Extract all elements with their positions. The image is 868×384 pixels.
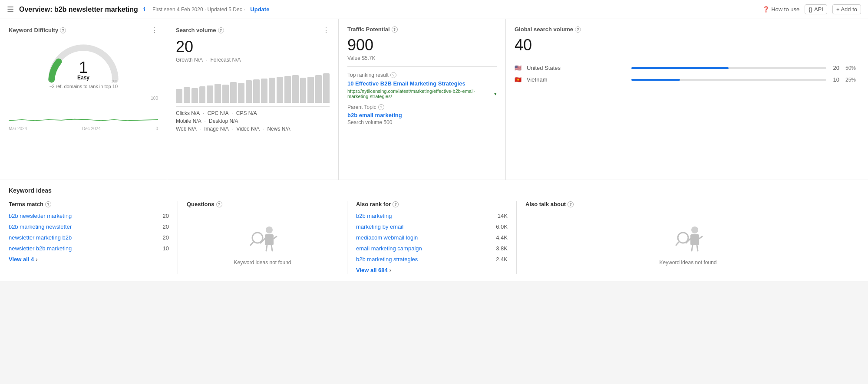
info-icon[interactable]: ℹ xyxy=(143,6,145,13)
list-item: mediacom webmail login 4.4K xyxy=(356,234,508,241)
ki-terms-val-3: 20 xyxy=(163,234,169,241)
keyword-ideas-section: Keyword ideas Terms match ? b2b newslett… xyxy=(0,180,868,281)
api-button[interactable]: {} API xyxy=(805,4,827,14)
sv-growth: Growth N/A · Forecast N/A xyxy=(176,57,330,63)
gsv-title: Global search volume ? xyxy=(515,26,581,33)
chevron-right-icon: › xyxy=(36,256,37,263)
ki-columns: Terms match ? b2b newsletter marketing 2… xyxy=(9,201,859,274)
kd-score: 1 xyxy=(79,59,88,76)
sv-menu-icon[interactable]: ⋮ xyxy=(323,26,330,34)
page-title: Overview: b2b newsletter marketing xyxy=(19,6,138,13)
vn-bar-fill xyxy=(631,79,680,81)
sv-bar xyxy=(199,86,206,103)
also-rank-val-1: 14K xyxy=(498,213,508,219)
top-ranking-tooltip-icon[interactable]: ? xyxy=(390,72,396,78)
sv-bar xyxy=(307,77,314,103)
update-link[interactable]: Update xyxy=(250,6,269,13)
top-ranking-url[interactable]: https://nytlicensing.com/latest/marketin… xyxy=(347,89,497,99)
sv-bar xyxy=(277,77,283,103)
also-rank-val-3: 4.4K xyxy=(496,234,508,241)
parent-topic-tooltip-icon[interactable]: ? xyxy=(378,104,384,110)
terms-view-all[interactable]: View all 4 › xyxy=(9,256,169,263)
list-item: newsletter b2b marketing 10 xyxy=(9,245,169,252)
also-talk-about-header: Also talk about ? xyxy=(525,201,851,207)
keyword-difficulty-card: Keyword Difficulty ? ⋮ 1 Easy 100 0 ~2 r… xyxy=(0,19,167,180)
questions-empty-text: Keyword ideas not found xyxy=(234,259,291,266)
api-icon: {} xyxy=(809,6,812,13)
tp-card-header: Traffic Potential ? xyxy=(347,26,497,33)
also-rank-val-4: 3.8K xyxy=(496,245,508,252)
terms-view-all-link[interactable]: View all 4 xyxy=(9,256,34,263)
svg-rect-1 xyxy=(265,234,274,245)
kd-menu-icon[interactable]: ⋮ xyxy=(151,26,158,34)
us-flag: 🇺🇸 xyxy=(515,65,523,71)
also-rank-link-2[interactable]: marketing by email xyxy=(356,223,403,230)
questions-header: Questions ? xyxy=(187,201,338,207)
also-rank-link-1[interactable]: b2b marketing xyxy=(356,213,392,219)
list-item: newsletter marketing b2b 20 xyxy=(9,234,169,241)
top-ranking-label: Top ranking result ? xyxy=(347,72,497,78)
questions-tooltip[interactable]: ? xyxy=(216,201,222,207)
how-to-use-button[interactable]: ❓ How to use xyxy=(762,6,799,13)
also-talk-empty-illustration xyxy=(671,221,706,256)
sv-bar xyxy=(292,75,299,103)
menu-icon[interactable]: ☰ xyxy=(7,5,14,14)
tp-tooltip-icon[interactable]: ? xyxy=(392,26,398,33)
also-rank-link-5[interactable]: b2b marketing strategies xyxy=(356,256,418,263)
sv-value: 20 xyxy=(176,38,330,56)
tp-divider xyxy=(347,66,497,67)
list-item: b2b marketing newsletter 20 xyxy=(9,223,169,230)
kd-0-label: 0 xyxy=(50,79,52,83)
ki-terms-link-3[interactable]: newsletter marketing b2b xyxy=(9,234,72,241)
question-icon: ❓ xyxy=(762,6,769,13)
sv-bar xyxy=(323,73,330,103)
kd-axis-100: 100 xyxy=(9,96,158,101)
also-talk-about-col: Also talk about ? Keyword ideas not foun… xyxy=(517,201,859,274)
also-talk-tooltip[interactable]: ? xyxy=(568,201,574,207)
kd-tooltip-icon[interactable]: ? xyxy=(60,27,66,33)
sv-bar xyxy=(184,87,190,103)
also-talk-empty-text: Keyword ideas not found xyxy=(659,259,716,266)
us-bar-fill xyxy=(631,67,729,69)
list-item: email marketing campaign 3.8K xyxy=(356,245,508,252)
dropdown-icon: ▾ xyxy=(494,91,497,97)
header: ☰ Overview: b2b newsletter marketing ℹ F… xyxy=(0,0,868,19)
also-rank-for-header: Also rank for ? xyxy=(356,201,508,207)
terms-match-col: Terms match ? b2b newsletter marketing 2… xyxy=(9,201,178,274)
sv-tooltip-icon[interactable]: ? xyxy=(218,27,224,33)
terms-match-tooltip[interactable]: ? xyxy=(45,201,51,207)
us-bar-wrap xyxy=(631,67,826,69)
parent-topic-label: Parent Topic ? xyxy=(347,104,497,110)
svg-line-7 xyxy=(251,242,253,245)
ki-terms-link-1[interactable]: b2b newsletter marketing xyxy=(9,213,72,219)
kd-gauge-svg: 1 Easy 100 0 xyxy=(40,38,127,85)
sv-clicks-stat: Clicks N/A · CPC N/A · CPS N/A xyxy=(176,110,330,116)
svg-rect-9 xyxy=(690,234,699,245)
parent-topic-volume: Search volume 500 xyxy=(347,119,497,125)
svg-line-15 xyxy=(676,242,679,245)
also-rank-link-3[interactable]: mediacom webmail login xyxy=(356,234,418,241)
also-rank-view-all-link[interactable]: View all 684 xyxy=(356,267,388,273)
list-item: b2b marketing 14K xyxy=(356,213,508,219)
also-rank-view-all[interactable]: View all 684 › xyxy=(356,267,508,273)
sv-divider xyxy=(176,106,330,107)
questions-empty-state: Keyword ideas not found xyxy=(187,213,338,274)
us-pct: 50% xyxy=(845,65,859,71)
gsv-tooltip-icon[interactable]: ? xyxy=(575,26,581,33)
kd-card-header: Keyword Difficulty ? ⋮ xyxy=(9,26,158,34)
ki-terms-link-4[interactable]: newsletter b2b marketing xyxy=(9,245,72,252)
svg-point-0 xyxy=(266,226,273,233)
add-to-button[interactable]: + Add to xyxy=(832,4,861,14)
vn-flag: 🇻🇳 xyxy=(515,77,523,83)
gsv-value: 40 xyxy=(515,36,859,54)
also-rank-for-col: Also rank for ? b2b marketing 14K market… xyxy=(347,201,517,274)
ki-terms-link-2[interactable]: b2b marketing newsletter xyxy=(9,223,72,230)
parent-topic-link[interactable]: b2b email marketing xyxy=(347,112,497,118)
top-ranking-link[interactable]: 10 Effective B2B Email Marketing Strateg… xyxy=(347,80,497,88)
also-rank-tooltip[interactable]: ? xyxy=(393,201,399,207)
sv-bar xyxy=(315,75,322,103)
also-rank-link-4[interactable]: email marketing campaign xyxy=(356,245,422,252)
vn-volume: 10 xyxy=(833,76,839,83)
us-country-name: United States xyxy=(527,65,624,71)
kd-axis: Mar 2024 Dec 2024 0 xyxy=(9,126,158,131)
